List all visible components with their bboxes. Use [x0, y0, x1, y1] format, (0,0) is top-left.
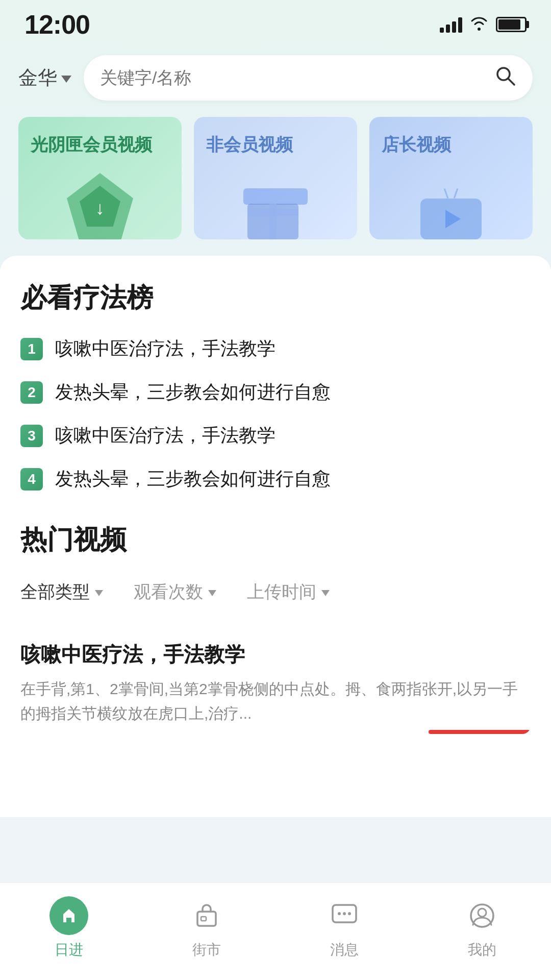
must-watch-section: 必看疗法榜 1 咳嗽中医治疗法，手法教学 2 发热头晕，三步教会如何进行自愈 3…: [20, 280, 531, 492]
category-section: 光阴匣会员视频 ↓ 非会员视频 店长视频: [0, 113, 551, 252]
ranking-item[interactable]: 2 发热头晕，三步教会如何进行自愈: [20, 380, 531, 405]
ranking-item[interactable]: 3 咳嗽中医治疗法，手法教学: [20, 423, 531, 448]
status-icons: [440, 15, 527, 35]
signal-icon: [440, 16, 462, 33]
svg-point-6: [343, 912, 346, 915]
nav-home-icon: [49, 896, 88, 935]
nav-market-icon: [193, 902, 220, 929]
member-illustration: ↓: [18, 173, 182, 239]
nav-home-label: 日进: [55, 940, 83, 960]
svg-point-7: [348, 912, 351, 915]
nonmember-illustration: [194, 188, 357, 239]
nav-market-icon-wrap: [186, 895, 227, 936]
filter-all-types[interactable]: 全部类型: [20, 574, 103, 610]
nav-profile-label: 我的: [468, 940, 496, 960]
ranking-list: 1 咳嗽中医治疗法，手法教学 2 发热头晕，三步教会如何进行自愈 3 咳嗽中医治…: [20, 336, 531, 492]
rank-badge-1: 1: [20, 338, 43, 360]
ranking-text-3: 咳嗽中医治疗法，手法教学: [55, 423, 276, 448]
category-title-store: 店长视频: [382, 133, 520, 156]
nav-item-home[interactable]: 日进: [48, 895, 89, 960]
category-title-nonmember: 非会员视频: [206, 133, 345, 156]
search-input[interactable]: [100, 68, 486, 88]
main-content: 必看疗法榜 1 咳嗽中医治疗法，手法教学 2 发热头晕，三步教会如何进行自愈 3…: [0, 256, 551, 817]
filter-views-label: 观看次数: [134, 580, 203, 604]
hot-videos-title: 热门视频: [20, 522, 531, 558]
video-description: 在手背,第1、2掌骨间,当第2掌骨桡侧的中点处。拇、食两指张开,以另一手的拇指关…: [20, 677, 531, 726]
nav-messages-icon-wrap: [324, 895, 365, 936]
category-title-member: 光阴匣会员视频: [31, 133, 169, 156]
status-time: 12:00: [24, 9, 90, 40]
battery-icon: [496, 17, 527, 32]
filter-all-label: 全部类型: [20, 580, 90, 604]
video-card-content: 咳嗽中医疗法，手法教学 在手背,第1、2掌骨间,当第2掌骨桡侧的中点处。拇、食两…: [20, 630, 531, 734]
filter-time-label: 上传时间: [247, 580, 316, 604]
search-header: 金华: [0, 45, 551, 113]
video-title: 咳嗽中医疗法，手法教学: [20, 641, 531, 669]
filter-upload-time[interactable]: 上传时间: [247, 574, 330, 610]
store-illustration: [369, 188, 533, 239]
nav-profile-icon: [469, 902, 495, 929]
svg-rect-3: [201, 917, 206, 921]
svg-point-9: [478, 909, 486, 917]
filter-views-arrow-icon: [208, 590, 216, 596]
wifi-icon: [469, 15, 489, 35]
svg-line-1: [508, 79, 514, 85]
bottom-nav: 日进 街市 消息: [0, 883, 551, 980]
rank-badge-4: 4: [20, 468, 43, 491]
location-selector[interactable]: 金华: [18, 65, 71, 91]
search-bar[interactable]: [84, 55, 533, 101]
filter-time-arrow-icon: [321, 590, 330, 596]
nav-messages-label: 消息: [330, 940, 359, 960]
filter-all-arrow-icon: [95, 590, 103, 596]
hot-videos-section: 热门视频 全部类型 观看次数 上传时间 咳嗽中医疗法，手法教学 在手背,第1、2…: [20, 522, 531, 734]
status-bar: 12:00: [0, 0, 551, 45]
category-card-nonmember[interactable]: 非会员视频: [194, 117, 357, 239]
nav-messages-icon: [331, 903, 358, 928]
filter-row: 全部类型 观看次数 上传时间: [20, 574, 531, 610]
nav-item-market[interactable]: 街市: [186, 895, 227, 960]
ranking-item[interactable]: 4 发热头晕，三步教会如何进行自愈: [20, 467, 531, 492]
nav-home-icon-wrap: [48, 895, 89, 936]
ranking-text-4: 发热头晕，三步教会如何进行自愈: [55, 467, 331, 492]
nav-market-label: 街市: [192, 940, 221, 960]
svg-point-5: [338, 912, 341, 915]
ranking-text-1: 咳嗽中医治疗法，手法教学: [55, 336, 276, 361]
ranking-item[interactable]: 1 咳嗽中医治疗法，手法教学: [20, 336, 531, 361]
must-watch-title: 必看疗法榜: [20, 280, 531, 316]
video-progress-indicator: [429, 730, 531, 734]
ranking-text-2: 发热头晕，三步教会如何进行自愈: [55, 380, 331, 405]
rank-badge-2: 2: [20, 381, 43, 404]
filter-views[interactable]: 观看次数: [134, 574, 216, 610]
nav-item-messages[interactable]: 消息: [324, 895, 365, 960]
location-arrow-icon: [61, 76, 71, 83]
location-text: 金华: [18, 65, 57, 91]
rank-badge-3: 3: [20, 425, 43, 447]
nav-item-profile[interactable]: 我的: [462, 895, 503, 960]
video-card[interactable]: 咳嗽中医疗法，手法教学 在手背,第1、2掌骨间,当第2掌骨桡侧的中点处。拇、食两…: [20, 630, 531, 734]
nav-profile-icon-wrap: [462, 895, 503, 936]
category-card-store[interactable]: 店长视频: [369, 117, 533, 239]
search-icon[interactable]: [494, 64, 516, 91]
category-card-member[interactable]: 光阴匣会员视频 ↓: [18, 117, 182, 239]
